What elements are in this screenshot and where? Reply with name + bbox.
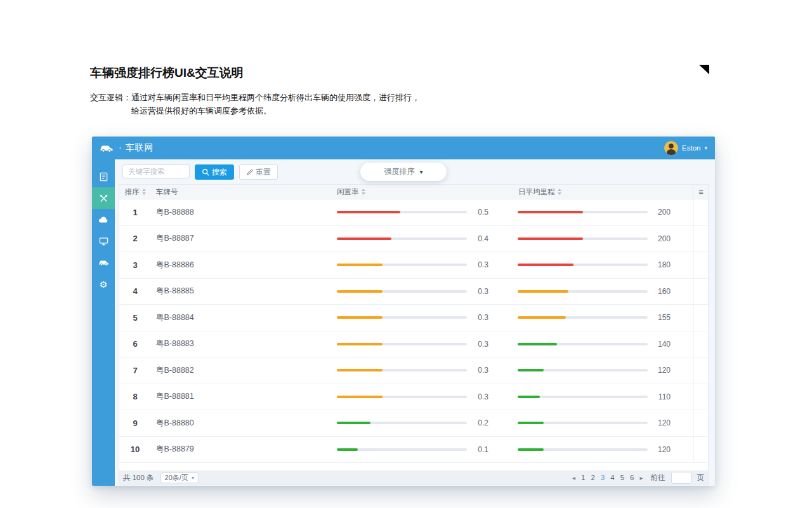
user-name: Eston xyxy=(682,144,700,152)
column-settings-icon[interactable]: ≡ xyxy=(698,187,704,197)
sidebar-item-settings[interactable]: ⚙ xyxy=(92,274,115,295)
page-number[interactable]: 6 xyxy=(630,474,634,481)
sidebar-item-vehicles[interactable] xyxy=(92,252,115,274)
column-idle-label: 闲置率 xyxy=(337,187,359,197)
idle-rate-cell: 0.3 xyxy=(331,287,511,296)
idle-rate-cell: 0.3 xyxy=(331,260,511,269)
column-settings-cell: ≡ xyxy=(693,185,708,199)
idle-rate-cell: 0.3 xyxy=(331,392,511,401)
idle-value: 0.3 xyxy=(478,340,488,349)
prev-page-icon[interactable]: ◂ xyxy=(572,474,575,481)
sidebar-item-list[interactable] xyxy=(92,166,115,187)
sort-carets-icon xyxy=(362,189,365,195)
reset-button[interactable]: 重置 xyxy=(239,164,278,180)
page-number[interactable]: 4 xyxy=(610,474,614,481)
search-button-label: 搜索 xyxy=(212,167,227,178)
mileage-cell: 160 xyxy=(511,287,693,296)
mileage-bar-fill xyxy=(518,264,573,266)
tools-icon xyxy=(99,194,108,203)
row-menu-cell xyxy=(693,331,708,358)
page-number[interactable]: 5 xyxy=(620,474,624,481)
table-row: 4 粤B-88885 0.3 160 xyxy=(119,279,708,305)
page-number[interactable]: 1 xyxy=(581,474,585,481)
rank-cell: 7 xyxy=(119,366,151,375)
page-number[interactable]: 2 xyxy=(591,474,594,481)
rank-value: 9 xyxy=(133,418,137,428)
plate-cell: 粤B-88880 xyxy=(151,418,331,429)
sidebar-item-cloud[interactable] xyxy=(92,209,115,231)
table-row: 5 粤B-88884 0.3 155 xyxy=(119,305,708,331)
mileage-value: 120 xyxy=(658,366,671,375)
idle-rate-cell: 0.3 xyxy=(331,313,511,322)
mileage-cell: 120 xyxy=(511,445,693,454)
pagination: ◂ 123456 ▸ 前往 页 xyxy=(572,472,704,484)
rank-value: 4 xyxy=(133,286,137,296)
next-page-icon[interactable]: ▸ xyxy=(639,474,643,481)
plate-cell: 粤B-88881 xyxy=(151,391,331,402)
rank-cell: 4 xyxy=(119,286,151,296)
rank-value: 8 xyxy=(133,392,137,401)
mileage-cell: 120 xyxy=(511,418,693,427)
mileage-bar-fill xyxy=(518,237,583,240)
plate-cell: 粤B-88885 xyxy=(151,286,331,297)
table-empty-strip xyxy=(119,463,708,471)
search-input[interactable] xyxy=(122,164,190,178)
plate-value: 粤B-88881 xyxy=(156,392,194,401)
idle-rate-cell: 0.4 xyxy=(331,234,511,243)
plate-cell: 粤B-88884 xyxy=(151,312,331,323)
column-rank[interactable]: 排序 xyxy=(119,187,151,197)
cloud-icon xyxy=(98,216,108,224)
table-row: 8 粤B-88881 0.3 110 xyxy=(119,384,708,411)
user-avatar[interactable] xyxy=(664,141,678,155)
plate-cell: 粤B-88879 xyxy=(151,444,331,455)
search-button[interactable]: 搜索 xyxy=(195,164,234,180)
rank-cell: 8 xyxy=(119,392,151,401)
sidebar-item-monitor[interactable] xyxy=(92,231,115,252)
page-title: 车辆强度排行榜UI&交互说明 xyxy=(90,65,244,81)
rank-value: 1 xyxy=(133,208,137,217)
plate-cell: 粤B-88886 xyxy=(151,260,331,271)
goto-page-input[interactable] xyxy=(671,472,691,484)
plate-cell: 粤B-88882 xyxy=(151,365,331,376)
plate-value: 粤B-88879 xyxy=(156,444,194,453)
idle-value: 0.3 xyxy=(478,287,488,296)
column-idle-rate[interactable]: 闲置率 xyxy=(331,187,511,197)
idle-rate-cell: 0.1 xyxy=(331,445,511,454)
column-mileage-label: 日平均里程 xyxy=(518,187,555,197)
list-icon xyxy=(99,172,108,182)
row-menu-cell xyxy=(693,305,708,331)
rank-cell: 5 xyxy=(119,313,151,323)
app-header: · 车联网 Eston ▾ xyxy=(92,137,715,159)
plate-cell: 粤B-88883 xyxy=(151,338,331,349)
corner-triangle-marker xyxy=(699,65,709,74)
sort-order-label: 强度排序 xyxy=(384,166,414,177)
table-row: 6 粤B-88883 0.3 140 xyxy=(119,331,708,358)
idle-bar-track xyxy=(337,396,467,398)
row-menu-cell xyxy=(693,410,708,436)
page-number[interactable]: 3 xyxy=(601,474,605,481)
table-row: 2 粤B-88887 0.4 200 xyxy=(119,226,708,253)
mileage-value: 120 xyxy=(658,445,671,454)
table-row: 3 粤B-88886 0.3 180 xyxy=(119,252,708,279)
idle-bar-fill xyxy=(337,316,383,319)
sidebar-item-tools[interactable] xyxy=(92,187,115,209)
rank-cell: 10 xyxy=(119,444,151,454)
mileage-cell: 155 xyxy=(511,313,693,322)
idle-value: 0.3 xyxy=(478,313,488,322)
page-size-label: 20条/页 xyxy=(165,473,188,483)
sort-order-dropdown[interactable]: 强度排序 ▾ xyxy=(360,163,447,181)
user-menu[interactable]: Eston ▾ xyxy=(664,141,707,155)
mileage-bar-fill xyxy=(518,316,566,319)
plate-value: 粤B-88883 xyxy=(156,339,194,348)
idle-value: 0.1 xyxy=(478,445,488,454)
mileage-cell: 140 xyxy=(511,340,693,349)
mileage-cell: 200 xyxy=(511,208,693,217)
mileage-bar-fill xyxy=(518,448,544,451)
mileage-value: 180 xyxy=(658,260,671,269)
table-row: 1 粤B-88888 0.5 200 xyxy=(119,199,708,226)
column-daily-mileage[interactable]: 日平均里程 xyxy=(511,187,693,197)
monitor-icon xyxy=(99,237,108,246)
idle-bar-fill xyxy=(337,369,383,371)
page-size-select[interactable]: 20条/页 ▾ xyxy=(160,472,199,483)
sort-carets-icon xyxy=(558,189,561,195)
